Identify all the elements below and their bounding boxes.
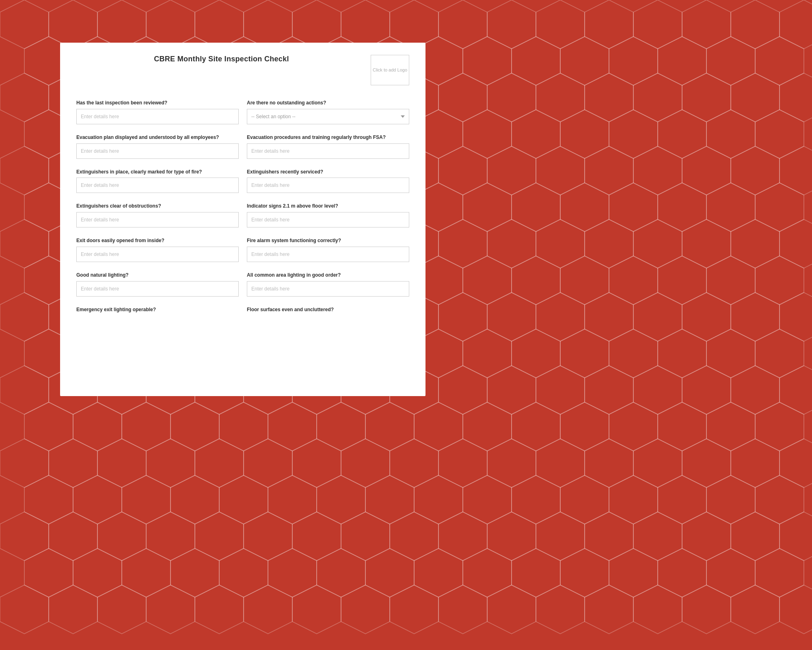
input-4a[interactable]: [76, 212, 239, 228]
form-group-5b: Fire alarm system functioning correctly?: [247, 237, 409, 262]
form-group-2b: Evacuation procedures and training regul…: [247, 134, 409, 159]
form-group-7a: Emergency exit lighting operable?: [76, 306, 239, 316]
input-2a[interactable]: [76, 143, 239, 159]
form-group-3b: Extinguishers recently serviced?: [247, 169, 409, 193]
input-5b[interactable]: [247, 247, 409, 262]
label-2a: Evacuation plan displayed and understood…: [76, 134, 239, 141]
form-container: CBRE Monthly Site Inspection Checkl Clic…: [60, 43, 425, 396]
form-group-2a: Evacuation plan displayed and understood…: [76, 134, 239, 159]
form-row-5: Exit doors easily opened from inside? Fi…: [76, 237, 409, 262]
form-row-1: Has the last inspection been reviewed? A…: [76, 100, 409, 124]
form-group-4b: Indicator signs 2.1 m above floor level?: [247, 203, 409, 228]
form-group-4a: Extinguishers clear of obstructions?: [76, 203, 239, 228]
form-row-2: Evacuation plan displayed and understood…: [76, 134, 409, 159]
form-row-3: Extinguishers in place, clearly marked f…: [76, 169, 409, 193]
label-7a: Emergency exit lighting operable?: [76, 306, 239, 313]
form-title-area: CBRE Monthly Site Inspection Checkl: [76, 55, 367, 63]
form-row-6: Good natural lighting? All common area l…: [76, 272, 409, 297]
label-7b: Floor surfaces even and uncluttered?: [247, 306, 409, 313]
form-row-4: Extinguishers clear of obstructions? Ind…: [76, 203, 409, 228]
form-header: CBRE Monthly Site Inspection Checkl Clic…: [76, 55, 409, 87]
label-1a: Has the last inspection been reviewed?: [76, 100, 239, 106]
form-group-6b: All common area lighting in good order?: [247, 272, 409, 297]
label-5a: Exit doors easily opened from inside?: [76, 237, 239, 244]
svg-marker-0: [0, 0, 41, 41]
input-2b[interactable]: [247, 143, 409, 159]
input-1a[interactable]: [76, 109, 239, 124]
form-title: CBRE Monthly Site Inspection Checkl: [154, 55, 289, 63]
label-6a: Good natural lighting?: [76, 272, 239, 279]
logo-placeholder-text: Click to add Logo: [373, 67, 407, 73]
label-1b: Are there no outstanding actions?: [247, 100, 409, 106]
form-group-6a: Good natural lighting?: [76, 272, 239, 297]
label-5b: Fire alarm system functioning correctly?: [247, 237, 409, 244]
input-3b[interactable]: [247, 178, 409, 193]
input-6b[interactable]: [247, 281, 409, 297]
label-4b: Indicator signs 2.1 m above floor level?: [247, 203, 409, 210]
input-3a[interactable]: [76, 178, 239, 193]
label-2b: Evacuation procedures and training regul…: [247, 134, 409, 141]
label-3b: Extinguishers recently serviced?: [247, 169, 409, 176]
form-group-1a: Has the last inspection been reviewed?: [76, 100, 239, 124]
input-4b[interactable]: [247, 212, 409, 228]
form-group-5a: Exit doors easily opened from inside?: [76, 237, 239, 262]
form-group-7b: Floor surfaces even and uncluttered?: [247, 306, 409, 316]
label-3a: Extinguishers in place, clearly marked f…: [76, 169, 239, 176]
input-5a[interactable]: [76, 247, 239, 262]
logo-placeholder[interactable]: Click to add Logo: [371, 55, 409, 85]
form-group-1b: Are there no outstanding actions? -- Sel…: [247, 100, 409, 124]
form-group-3a: Extinguishers in place, clearly marked f…: [76, 169, 239, 193]
label-6b: All common area lighting in good order?: [247, 272, 409, 279]
select-1b[interactable]: -- Select an option -- Yes No N/A: [247, 109, 409, 124]
form-row-7: Emergency exit lighting operable? Floor …: [76, 306, 409, 316]
label-4a: Extinguishers clear of obstructions?: [76, 203, 239, 210]
input-6a[interactable]: [76, 281, 239, 297]
